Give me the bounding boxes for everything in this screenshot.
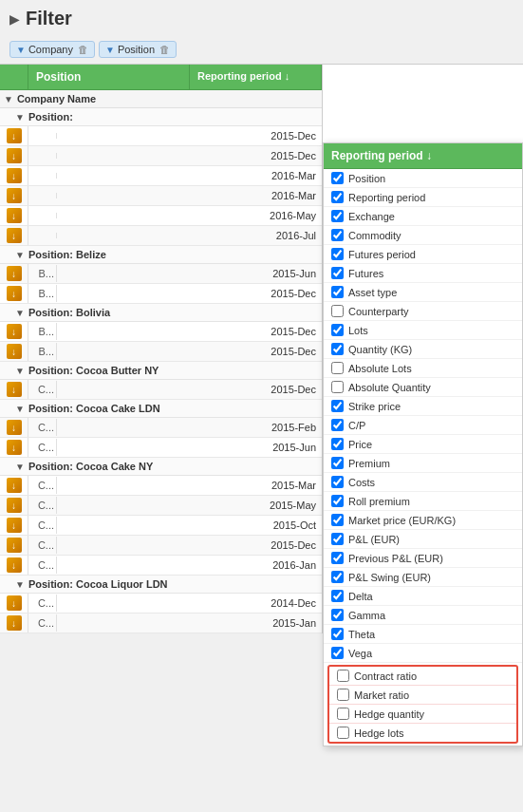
- checkbox-lots[interactable]: [331, 324, 344, 336]
- row-date: 2016-Mar: [57, 167, 322, 184]
- down-arrow-icon: ↓: [7, 440, 22, 455]
- dropdown-item-cp[interactable]: C/P: [324, 416, 522, 435]
- dropdown-item-costs[interactable]: Costs: [324, 473, 522, 492]
- dropdown-item-gamma[interactable]: Gamma: [324, 606, 522, 625]
- dropdown-header-label: Reporting period ↓: [331, 149, 432, 162]
- checkbox-premium[interactable]: [331, 457, 344, 469]
- dropdown-item-label: Previous P&L (EUR): [348, 553, 443, 564]
- checkbox-exchange[interactable]: [331, 210, 344, 222]
- subgroup-cocoa-cake-ny[interactable]: ▼ Position: Cocoa Cake NY: [0, 458, 322, 476]
- subgroup-position-bolivia[interactable]: ▼ Position: Bolivia: [0, 304, 322, 322]
- dropdown-item-contract-ratio[interactable]: Contract ratio: [329, 667, 516, 686]
- dropdown-item-label: Absolute Lots: [348, 363, 412, 374]
- dropdown-item-counterparty[interactable]: Counterparty: [324, 302, 522, 321]
- subgroup-position-default[interactable]: ▼ Position:: [0, 108, 322, 126]
- checkbox-delta[interactable]: [331, 590, 344, 602]
- checkbox-pnl-swing[interactable]: [331, 571, 344, 583]
- checkbox-strike-price[interactable]: [331, 400, 344, 412]
- dropdown-item-premium[interactable]: Premium: [324, 454, 522, 473]
- dropdown-item-vega[interactable]: Vega: [324, 644, 522, 663]
- checkbox-position[interactable]: [331, 172, 344, 184]
- dropdown-item-quantity-kg[interactable]: Quantity (KG): [324, 340, 522, 359]
- checkbox-futures[interactable]: [331, 267, 344, 279]
- table-row: ↓ C... 2015-Jan: [0, 614, 322, 633]
- dropdown-item-roll-premium[interactable]: Roll premium: [324, 492, 522, 511]
- down-arrow-icon: ↓: [7, 382, 22, 397]
- checkbox-theta[interactable]: [331, 628, 344, 640]
- subgroup-cocoa-cake-ldn[interactable]: ▼ Position: Cocoa Cake LDN: [0, 400, 322, 418]
- checkbox-futures-period[interactable]: [331, 248, 344, 260]
- dropdown-item-hedge-lots[interactable]: Hedge lots: [329, 724, 516, 742]
- dropdown-item-pnl-eur[interactable]: P&L (EUR): [324, 530, 522, 549]
- checkbox-cp[interactable]: [331, 419, 344, 431]
- row-icon-cell: ↓: [0, 438, 28, 457]
- dropdown-item-futures[interactable]: Futures: [324, 264, 522, 283]
- group-company-name[interactable]: ▼ Company Name: [0, 90, 322, 108]
- dropdown-item-commodity[interactable]: Commodity: [324, 226, 522, 245]
- column-selector-dropdown[interactable]: Reporting period ↓ Position Reporting pe…: [323, 142, 523, 746]
- dropdown-item-market-price[interactable]: Market price (EUR/KG): [324, 511, 522, 530]
- dropdown-item-label: P&L Swing (EUR): [348, 572, 431, 583]
- down-arrow-icon: ↓: [7, 557, 22, 573]
- checkbox-vega[interactable]: [331, 647, 344, 659]
- collapse-arrow[interactable]: ▶: [9, 11, 20, 27]
- chip-position-delete[interactable]: 🗑: [159, 44, 170, 55]
- checkbox-hedge-lots[interactable]: [337, 727, 349, 739]
- down-arrow-icon: ↓: [7, 324, 22, 339]
- chip-position[interactable]: ▼ Position 🗑: [99, 41, 177, 58]
- dropdown-item-futures-period[interactable]: Futures period: [324, 245, 522, 264]
- checkbox-reporting-period[interactable]: [331, 191, 344, 203]
- subgroup-position-belize[interactable]: ▼ Position: Belize: [0, 246, 322, 264]
- checkbox-counterparty[interactable]: [331, 305, 344, 317]
- checkbox-asset-type[interactable]: [331, 286, 344, 298]
- col-position-header[interactable]: Position: [28, 65, 190, 89]
- dropdown-item-hedge-quantity[interactable]: Hedge quantity: [329, 705, 516, 724]
- dropdown-item-reporting-period[interactable]: Reporting period: [324, 188, 522, 207]
- dropdown-item-price[interactable]: Price: [324, 435, 522, 454]
- checkbox-hedge-quantity[interactable]: [337, 708, 349, 720]
- checkbox-roll-premium[interactable]: [331, 495, 344, 507]
- checkbox-costs[interactable]: [331, 476, 344, 488]
- chip-company-delete[interactable]: 🗑: [78, 44, 88, 55]
- subgroup-arrow-cbny: ▼: [15, 366, 25, 376]
- checkbox-market-price[interactable]: [331, 514, 344, 526]
- checkbox-market-ratio[interactable]: [337, 689, 349, 701]
- dropdown-item-asset-type[interactable]: Asset type: [324, 283, 522, 302]
- row-date: 2014-Dec: [57, 595, 322, 612]
- checkbox-absolute-quantity[interactable]: [331, 381, 344, 393]
- row-date: 2015-Dec: [57, 323, 322, 340]
- dropdown-item-theta[interactable]: Theta: [324, 625, 522, 644]
- dropdown-item-position[interactable]: Position: [324, 169, 522, 188]
- table-row: ↓ 2016-Jul: [0, 226, 322, 246]
- dropdown-item-absolute-quantity[interactable]: Absolute Quantity: [324, 378, 522, 397]
- dropdown-item-exchange[interactable]: Exchange: [324, 207, 522, 226]
- row-date: 2015-Dec: [57, 537, 322, 554]
- checkbox-quantity-kg[interactable]: [331, 343, 344, 355]
- checkbox-pnl-eur[interactable]: [331, 533, 344, 545]
- dropdown-item-pnl-swing[interactable]: P&L Swing (EUR): [324, 568, 522, 587]
- down-arrow-icon: ↓: [7, 286, 22, 301]
- checkbox-absolute-lots[interactable]: [331, 362, 344, 374]
- row-prefix: C...: [28, 497, 57, 514]
- row-date: 2015-May: [57, 497, 322, 514]
- table-body: ▼ Company Name ▼ Position: ↓ 2015-Dec ↓ …: [0, 90, 322, 633]
- dropdown-item-label: C/P: [348, 420, 365, 431]
- dropdown-item-previous-pnl[interactable]: Previous P&L (EUR): [324, 549, 522, 568]
- subgroup-cocoa-butter-ny[interactable]: ▼ Position: Cocoa Butter NY: [0, 362, 322, 380]
- dropdown-item-delta[interactable]: Delta: [324, 587, 522, 606]
- checkbox-previous-pnl[interactable]: [331, 552, 344, 564]
- dropdown-item-market-ratio[interactable]: Market ratio: [329, 686, 516, 705]
- chip-company[interactable]: ▼ Company 🗑: [9, 41, 95, 58]
- checkbox-price[interactable]: [331, 438, 344, 450]
- row-prefix: C...: [28, 381, 57, 398]
- row-icon-cell: ↓: [0, 126, 28, 145]
- dropdown-item-strike-price[interactable]: Strike price: [324, 397, 522, 416]
- checkbox-commodity[interactable]: [331, 229, 344, 241]
- group-company-label: Company Name: [17, 93, 96, 104]
- down-arrow-icon: ↓: [7, 478, 22, 493]
- dropdown-item-absolute-lots[interactable]: Absolute Lots: [324, 359, 522, 378]
- dropdown-item-lots[interactable]: Lots: [324, 321, 522, 340]
- subgroup-cocoa-liquor-ldn[interactable]: ▼ Position: Cocoa Liquor LDN: [0, 576, 322, 594]
- checkbox-contract-ratio[interactable]: [337, 670, 349, 682]
- checkbox-gamma[interactable]: [331, 609, 344, 621]
